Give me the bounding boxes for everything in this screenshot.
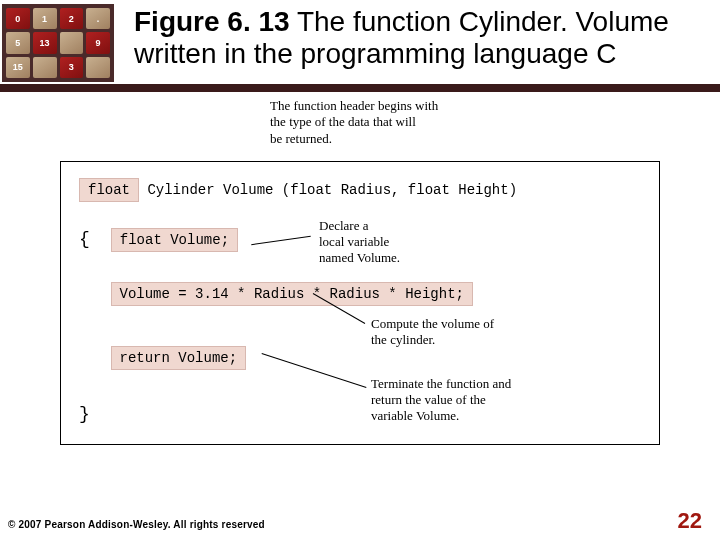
keyword-float: float [79,178,139,202]
declaration: float Volume; [111,228,238,252]
code-return-row: return Volume; Terminate the function an… [79,346,641,370]
code-open-brace-row: { float Volume; Declare a local variable… [79,228,641,252]
annotation-compute: Compute the volume of the cylinder. [371,316,494,349]
diagram: The function header begins with the type… [0,92,720,445]
annotation-declare: Declare a local variable named Volume. [319,218,400,267]
code-header-row: float Cylinder Volume (float Radius, flo… [79,178,641,202]
divider-bar [0,84,720,92]
function-header: Cylinder Volume (float Radius, float Hei… [139,182,517,198]
code-close-brace-row: } [79,404,641,424]
assignment: Volume = 3.14 * Radius * Radius * Height… [111,282,473,306]
open-brace: { [79,229,90,249]
figure-number: Figure 6. 13 [134,6,290,37]
page-number: 22 [678,508,702,534]
decorative-badge: 012. 5139 153 [2,4,114,82]
figure-title: Figure 6. 13 The function Cylinder. Volu… [114,4,720,70]
copyright: © 2007 Pearson Addison-Wesley. All right… [8,519,265,530]
annotation-header: The function header begins with the type… [270,98,660,147]
code-box: float Cylinder Volume (float Radius, flo… [60,161,660,445]
return-stmt: return Volume; [111,346,247,370]
slide-header: 012. 5139 153 Figure 6. 13 The function … [0,0,720,82]
code-assign-row: Volume = 3.14 * Radius * Radius * Height… [79,282,641,306]
close-brace: } [79,404,90,424]
